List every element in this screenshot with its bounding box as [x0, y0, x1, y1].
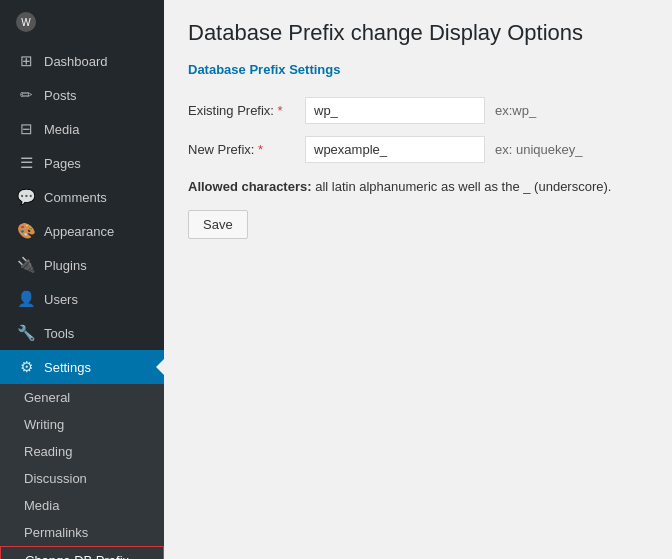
example-existing-prefix: ex:wp_: [495, 103, 536, 118]
sidebar-label-plugins: Plugins: [44, 258, 87, 273]
sidebar-item-comments[interactable]: 💬 Comments: [0, 180, 164, 214]
sidebar-item-users[interactable]: 👤 Users: [0, 282, 164, 316]
sidebar-label-posts: Posts: [44, 88, 77, 103]
submenu-item-writing[interactable]: Writing: [0, 411, 164, 438]
allowed-chars-label: Allowed characters:: [188, 179, 312, 194]
sidebar-item-plugins[interactable]: 🔌 Plugins: [0, 248, 164, 282]
form-row-existing-prefix: Existing Prefix: * ex:wp_: [188, 91, 648, 130]
sidebar-item-pages[interactable]: ☰ Pages: [0, 146, 164, 180]
media-icon: ⊟: [16, 120, 36, 138]
submenu-item-change-db-prefix[interactable]: Change DB Prefix: [0, 546, 164, 559]
input-existing-prefix[interactable]: [305, 97, 485, 124]
submenu-item-reading[interactable]: Reading: [0, 438, 164, 465]
input-new-prefix[interactable]: [305, 136, 485, 163]
input-cell-new-prefix: ex: uniquekey_: [305, 130, 582, 169]
sidebar-item-appearance[interactable]: 🎨 Appearance: [0, 214, 164, 248]
allowed-chars: Allowed characters: all latin alphanumer…: [188, 179, 648, 194]
dashboard-icon: ⊞: [16, 52, 36, 70]
label-existing-prefix: Existing Prefix: *: [188, 91, 305, 130]
sidebar-item-posts[interactable]: ✏ Posts: [0, 78, 164, 112]
users-icon: 👤: [16, 290, 36, 308]
sidebar-item-dashboard[interactable]: ⊞ Dashboard: [0, 44, 164, 78]
sidebar-item-media[interactable]: ⊟ Media: [0, 112, 164, 146]
sidebar-label-pages: Pages: [44, 156, 81, 171]
sidebar-item-tools[interactable]: 🔧 Tools: [0, 316, 164, 350]
sidebar-label-comments: Comments: [44, 190, 107, 205]
form-row-new-prefix: New Prefix: * ex: uniquekey_: [188, 130, 648, 169]
sidebar-item-settings[interactable]: ⚙ Settings: [0, 350, 164, 384]
sidebar: W ⊞ Dashboard ✏ Posts ⊟ Media ☰ Pages 💬 …: [0, 0, 164, 559]
sidebar-label-settings: Settings: [44, 360, 91, 375]
required-marker-existing-prefix: *: [278, 103, 283, 118]
submenu-item-media[interactable]: Media: [0, 492, 164, 519]
main-content: Database Prefix change Display Options D…: [164, 0, 672, 559]
sidebar-label-media: Media: [44, 122, 79, 137]
save-button[interactable]: Save: [188, 210, 248, 239]
submenu-item-discussion[interactable]: Discussion: [0, 465, 164, 492]
submenu-item-permalinks[interactable]: Permalinks: [0, 519, 164, 546]
plugins-icon: 🔌: [16, 256, 36, 274]
sidebar-logo: W: [0, 0, 164, 44]
required-marker-new-prefix: *: [258, 142, 263, 157]
nav-menu: ⊞ Dashboard ✏ Posts ⊟ Media ☰ Pages 💬 Co…: [0, 44, 164, 384]
example-new-prefix: ex: uniquekey_: [495, 142, 582, 157]
allowed-chars-desc: all latin alphanumeric as well as the _ …: [315, 179, 611, 194]
label-new-prefix: New Prefix: *: [188, 130, 305, 169]
appearance-icon: 🎨: [16, 222, 36, 240]
input-cell-existing-prefix: ex:wp_: [305, 91, 536, 130]
sidebar-label-users: Users: [44, 292, 78, 307]
settings-submenu: GeneralWritingReadingDiscussionMediaPerm…: [0, 384, 164, 559]
submenu-item-general[interactable]: General: [0, 384, 164, 411]
prefix-form: Existing Prefix: * ex:wp_ New Prefix: * …: [188, 91, 648, 169]
wordpress-logo-icon: W: [16, 12, 36, 32]
comments-icon: 💬: [16, 188, 36, 206]
sidebar-label-appearance: Appearance: [44, 224, 114, 239]
sidebar-label-tools: Tools: [44, 326, 74, 341]
section-title: Database Prefix Settings: [188, 62, 648, 77]
tools-icon: 🔧: [16, 324, 36, 342]
posts-icon: ✏: [16, 86, 36, 104]
sidebar-label-dashboard: Dashboard: [44, 54, 108, 69]
page-title: Database Prefix change Display Options: [188, 20, 648, 46]
settings-icon: ⚙: [16, 358, 36, 376]
pages-icon: ☰: [16, 154, 36, 172]
